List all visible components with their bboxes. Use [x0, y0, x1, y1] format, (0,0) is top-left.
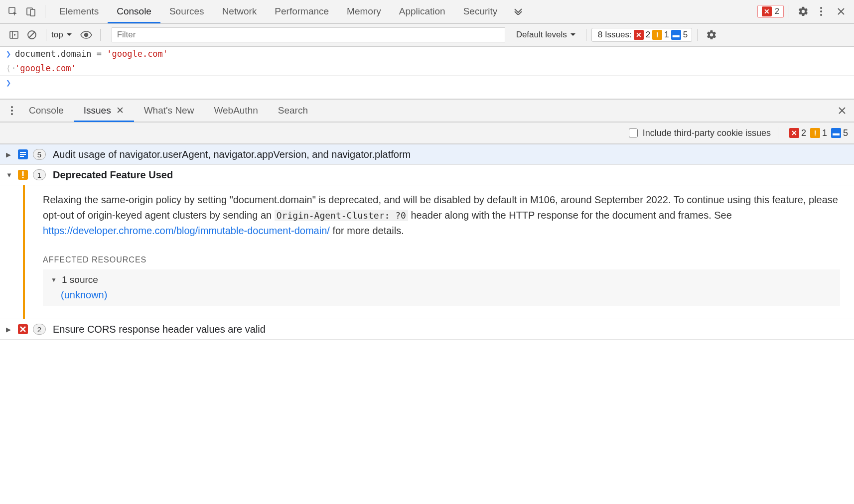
- affected-source-link[interactable]: (unknown): [61, 289, 832, 301]
- issue-count: 2: [33, 324, 46, 335]
- issue-row-cors[interactable]: ▶ 2 Ensure CORS response header values a…: [0, 319, 854, 340]
- devtools-top-tab-bar: Elements Console Sources Network Perform…: [0, 0, 854, 24]
- affected-resources-header: Affected Resources: [43, 255, 840, 264]
- input-chevron-icon: ❯: [6, 49, 15, 59]
- tab-console[interactable]: Console: [108, 0, 160, 23]
- drawer-tab-search[interactable]: Search: [268, 100, 318, 122]
- warning-count: 1: [822, 128, 827, 138]
- error-icon: ✕: [789, 128, 799, 138]
- third-party-checkbox-label: Include third-party cookie issues: [643, 128, 771, 138]
- collapse-triangle-icon[interactable]: ▼: [6, 171, 15, 179]
- prompt-chevron-icon: ❯: [6, 78, 15, 88]
- warning-icon: !: [810, 128, 820, 138]
- drawer-tab-bar: Console Issues ✕ What's New WebAuthn Sea…: [0, 99, 854, 123]
- tab-memory[interactable]: Memory: [338, 0, 390, 23]
- drawer-tab-whats-new[interactable]: What's New: [134, 100, 204, 122]
- error-badge[interactable]: ✕ 2: [757, 5, 784, 18]
- warning-count: 1: [664, 30, 669, 40]
- issue-description: Relaxing the same-origin policy by setti…: [43, 192, 840, 239]
- svg-rect-15: [20, 156, 24, 157]
- console-prompt[interactable]: [15, 78, 20, 88]
- console-output-value: 'google.com': [15, 63, 76, 73]
- collapse-triangle-icon[interactable]: ▼: [51, 276, 59, 283]
- error-count: 2: [646, 30, 650, 40]
- close-devtools-icon[interactable]: [834, 4, 848, 18]
- issue-row-deprecated[interactable]: ▼ 1 Deprecated Feature Used: [0, 165, 854, 185]
- drawer-tab-issues[interactable]: Issues ✕: [74, 100, 134, 122]
- tab-security[interactable]: Security: [454, 0, 507, 23]
- info-icon: ▬: [831, 128, 841, 138]
- more-tabs-icon[interactable]: [511, 4, 525, 18]
- divider: [45, 5, 45, 18]
- header-code: Origin-Agent-Cluster: ?0: [275, 210, 408, 221]
- svg-point-8: [84, 33, 88, 37]
- affected-source-label: 1 source: [62, 274, 98, 285]
- tab-performance[interactable]: Performance: [266, 0, 338, 23]
- info-issue-icon: [17, 148, 29, 160]
- warning-icon: !: [652, 30, 662, 40]
- close-drawer-icon[interactable]: [835, 104, 849, 118]
- svg-point-3: [820, 7, 822, 9]
- info-count: 5: [843, 128, 848, 138]
- console-settings-gear-icon[interactable]: [705, 28, 718, 42]
- context-selector[interactable]: top: [51, 30, 72, 40]
- divider: [697, 29, 698, 41]
- toggle-sidebar-icon[interactable]: [7, 28, 21, 42]
- issue-row-audit[interactable]: ▶ 5 Audit usage of navigator.userAgent, …: [0, 144, 854, 165]
- svg-rect-14: [20, 154, 26, 155]
- tab-application[interactable]: Application: [390, 0, 454, 23]
- drawer-tab-console[interactable]: Console: [19, 100, 74, 122]
- levels-label: Default levels: [516, 30, 567, 40]
- settings-gear-icon[interactable]: [796, 4, 810, 18]
- kebab-menu-icon[interactable]: [814, 4, 828, 18]
- svg-point-5: [820, 14, 822, 16]
- console-input-row[interactable]: ❯ document.domain = 'google.com': [0, 47, 854, 61]
- console-input-code: document.domain = 'google.com': [15, 49, 168, 59]
- console-output-row[interactable]: ⟨· 'google.com': [0, 61, 854, 76]
- device-toolbar-icon[interactable]: [24, 4, 38, 18]
- drawer-tab-webauthn[interactable]: WebAuthn: [204, 100, 268, 122]
- svg-rect-17: [22, 171, 24, 176]
- svg-point-10: [11, 110, 13, 112]
- tab-elements[interactable]: Elements: [50, 0, 108, 23]
- issue-title: Ensure CORS response header values are v…: [53, 324, 266, 335]
- issues-toolbar: Include third-party cookie issues ✕2 !1 …: [0, 123, 854, 144]
- inspect-element-icon[interactable]: [6, 4, 20, 18]
- error-count: 2: [775, 7, 779, 16]
- issue-title: Audit usage of navigator.userAgent, navi…: [53, 149, 411, 160]
- console-filter-input[interactable]: [112, 27, 505, 42]
- svg-rect-13: [20, 152, 26, 153]
- svg-rect-2: [30, 9, 35, 16]
- deprecation-link[interactable]: https://developer.chrome.com/blog/immuta…: [43, 225, 330, 236]
- expand-triangle-icon[interactable]: ▶: [6, 326, 15, 333]
- warning-issue-icon: [17, 169, 29, 181]
- issues-summary-button[interactable]: 8 Issues: ✕2 !1 ▬5: [591, 28, 692, 42]
- error-icon: ✕: [634, 30, 644, 40]
- divider: [778, 127, 778, 139]
- issue-count: 1: [33, 169, 46, 180]
- error-issue-icon: [17, 323, 29, 335]
- info-count: 5: [683, 30, 688, 40]
- third-party-checkbox-input[interactable]: [629, 128, 638, 137]
- log-levels-dropdown[interactable]: Default levels: [516, 30, 576, 40]
- drawer-kebab-icon[interactable]: [5, 104, 19, 118]
- issues-label: 8 Issues:: [598, 30, 632, 40]
- issues-counts[interactable]: ✕2 !1 ▬5: [785, 128, 848, 138]
- output-chevron-icon: ⟨·: [6, 63, 15, 73]
- affected-source-toggle[interactable]: ▼ 1 source: [51, 274, 832, 285]
- console-prompt-row[interactable]: ❯: [0, 76, 854, 90]
- svg-point-9: [11, 106, 13, 108]
- expand-triangle-icon[interactable]: ▶: [6, 151, 15, 158]
- clear-console-icon[interactable]: [25, 28, 39, 42]
- console-toolbar: top Default levels 8 Issues: ✕2 !1 ▬5: [0, 24, 854, 47]
- context-label: top: [51, 30, 63, 40]
- close-issues-tab-icon[interactable]: ✕: [116, 105, 124, 116]
- issue-detail-deprecated: Relaxing the same-origin policy by setti…: [23, 185, 854, 319]
- svg-point-4: [820, 10, 822, 12]
- tab-sources[interactable]: Sources: [160, 0, 213, 23]
- divider: [46, 29, 46, 41]
- include-third-party-checkbox[interactable]: Include third-party cookie issues: [629, 128, 771, 138]
- live-expression-eye-icon[interactable]: [79, 28, 93, 42]
- drawer-tab-issues-label: Issues: [84, 105, 111, 116]
- tab-network[interactable]: Network: [213, 0, 266, 23]
